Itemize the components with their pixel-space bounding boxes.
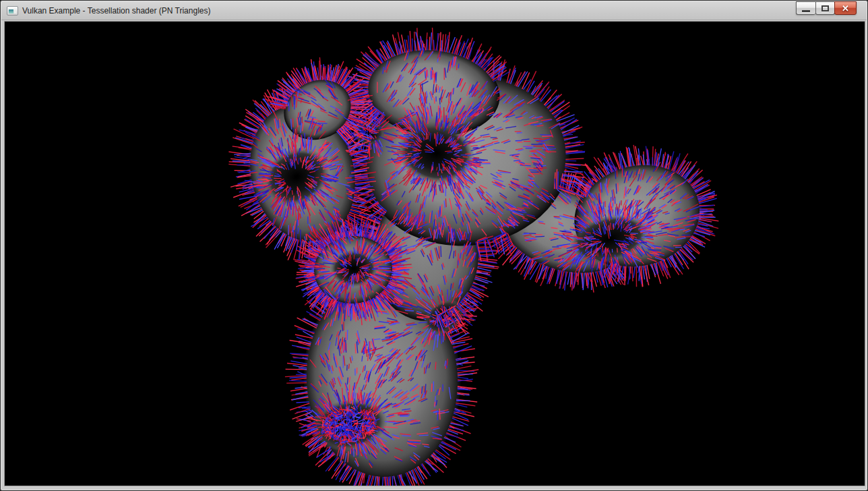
maximize-button[interactable] <box>815 1 835 15</box>
app-window: Vulkan Example - Tessellation shader (PN… <box>0 0 868 491</box>
window-title: Vulkan Example - Tessellation shader (PN… <box>22 6 210 16</box>
render-viewport[interactable] <box>5 22 865 486</box>
minimize-icon <box>802 10 810 12</box>
application-icon <box>7 6 18 16</box>
client-area <box>4 21 865 486</box>
caption-buttons: ✕ <box>796 1 857 15</box>
minimize-button[interactable] <box>796 1 815 15</box>
close-icon: ✕ <box>842 4 849 13</box>
title-bar[interactable]: Vulkan Example - Tessellation shader (PN… <box>1 1 867 20</box>
application-icon-pane <box>14 9 16 13</box>
close-button[interactable]: ✕ <box>834 1 857 15</box>
application-icon-pane <box>9 9 13 13</box>
maximize-icon <box>822 5 829 11</box>
